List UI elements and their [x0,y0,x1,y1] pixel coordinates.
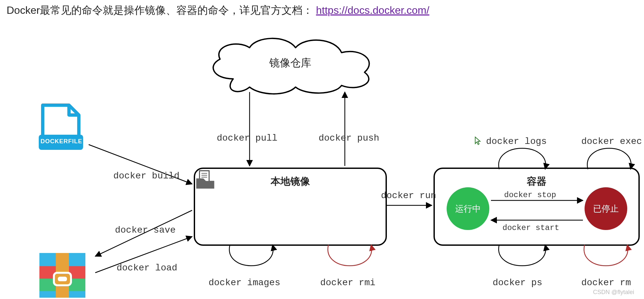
cmd-stop: docker stop [504,191,556,199]
cmd-load: docker load [117,263,177,273]
cmd-images: docker images [209,278,280,288]
cmd-exec: docker exec [581,136,642,147]
watermark: CSDN @flytalei [593,289,634,296]
cmd-rm: docker rm [581,278,631,288]
cmd-run: docker run [381,191,436,201]
cmd-pull: docker pull [217,133,278,143]
diagram-arrows [0,0,644,299]
cmd-logs: docker logs [486,136,547,147]
cmd-ps: docker ps [493,278,542,288]
cmd-save: docker save [115,225,176,235]
cmd-rmi: docker rmi [320,278,375,288]
cmd-build: docker build [113,171,180,181]
cmd-start: docker start [502,223,559,232]
cmd-push: docker push [319,133,379,143]
